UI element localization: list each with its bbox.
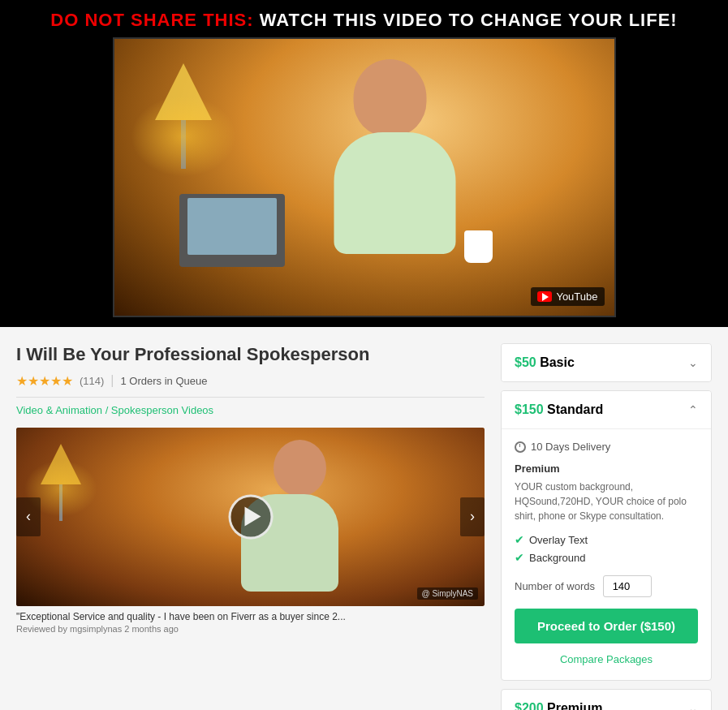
- compare-packages-link[interactable]: Compare Packages: [515, 650, 698, 669]
- rating-row: ★★★★★ (114) | 1 Orders in Queue: [16, 373, 485, 389]
- divider-1: [16, 397, 485, 398]
- person-body: [334, 132, 455, 254]
- banner-title-red: DO NOT SHARE THIS:: [50, 10, 253, 30]
- basic-package-title: $50 Basic: [515, 355, 575, 370]
- premium-package-card: $200 Premium ⌄: [501, 689, 712, 710]
- standard-chevron: ⌃: [688, 403, 698, 416]
- main-content: I Will Be Your Professional Spokesperson…: [0, 327, 728, 710]
- feature-overlay-label: Overlay Text: [529, 534, 588, 546]
- separator: |: [110, 373, 114, 388]
- orders-queue: 1 Orders in Queue: [121, 375, 208, 387]
- clock-icon: [515, 441, 526, 453]
- banner-title-white: WATCH THIS VIDEO TO CHANGE YOUR LIFE!: [260, 10, 678, 30]
- basic-package-header[interactable]: $50 Basic ⌄: [502, 344, 711, 381]
- simplynas-badge: @ SimplyNAS: [417, 587, 479, 600]
- basic-chevron: ⌄: [688, 356, 698, 369]
- order-button[interactable]: Proceed to Order ($150): [515, 609, 698, 643]
- banner-video-bg: [114, 39, 614, 316]
- feature-background-label: Background: [529, 552, 585, 564]
- premium-label: Premium: [515, 463, 698, 475]
- gig-title: I Will Be Your Professional Spokesperson: [16, 343, 485, 367]
- left-panel: I Will Be Your Professional Spokesperson…: [16, 343, 485, 710]
- youtube-play-triangle: [542, 293, 549, 301]
- words-row: Number of words: [515, 575, 698, 597]
- standard-package-card: $150 Standard ⌃ 10 Days Delivery Premium…: [501, 390, 712, 681]
- right-panel: $50 Basic ⌄ $150 Standard ⌃ 10 Days Deli…: [501, 343, 712, 710]
- portfolio-person-head: [274, 440, 326, 497]
- youtube-label: YouTube: [556, 290, 597, 303]
- standard-package-title: $150 Standard: [515, 402, 603, 417]
- review-caption: "Exceptional Service and quality - I hav…: [16, 611, 485, 622]
- premium-chevron: ⌄: [688, 702, 698, 710]
- breadcrumb: Video & Animation / Spokesperson Videos: [16, 404, 485, 416]
- breadcrumb-category[interactable]: Video & Animation: [16, 404, 102, 416]
- youtube-logo: YouTube: [531, 287, 604, 306]
- standard-package-header[interactable]: $150 Standard ⌃: [502, 391, 711, 428]
- breadcrumb-subcategory[interactable]: Spokesperson Videos: [111, 404, 213, 416]
- top-banner: DO NOT SHARE THIS: WATCH THIS VIDEO TO C…: [0, 0, 728, 327]
- person-head: [353, 59, 426, 136]
- play-triangle: [244, 507, 261, 527]
- basic-package-card: $50 Basic ⌄: [501, 343, 712, 382]
- banner-video[interactable]: YouTube: [113, 37, 616, 317]
- words-input[interactable]: [603, 575, 652, 597]
- premium-desc: YOUR custom background, HQSound,720HD, Y…: [515, 480, 698, 523]
- portfolio-video[interactable]: ‹ › @ SimplyNAS: [16, 428, 485, 606]
- youtube-icon: [537, 291, 552, 302]
- cup: [464, 230, 493, 263]
- feature-background: ✔ Background: [515, 551, 698, 564]
- nav-arrow-right[interactable]: ›: [460, 497, 485, 536]
- portfolio-lamp: [41, 444, 81, 521]
- delivery-row: 10 Days Delivery: [515, 441, 698, 453]
- words-label: Number of words: [515, 580, 595, 592]
- play-button[interactable]: [228, 494, 273, 539]
- nav-arrow-left[interactable]: ‹: [16, 497, 41, 536]
- check-icon-2: ✔: [515, 551, 524, 564]
- standard-package-body: 10 Days Delivery Premium YOUR custom bac…: [502, 428, 711, 680]
- breadcrumb-separator: /: [106, 404, 111, 416]
- feature-overlay-text: ✔ Overlay Text: [515, 533, 698, 546]
- review-count: (114): [80, 375, 104, 387]
- delivery-text: 10 Days Delivery: [531, 441, 610, 453]
- premium-package-header[interactable]: $200 Premium ⌄: [502, 690, 711, 710]
- banner-title: DO NOT SHARE THIS: WATCH THIS VIDEO TO C…: [10, 10, 718, 31]
- review-sub: Reviewed by mgsimplynas 2 months ago: [16, 624, 485, 634]
- laptop: [179, 194, 285, 267]
- premium-package-title: $200 Premium: [515, 701, 603, 710]
- lamp-decoration: [155, 63, 212, 177]
- star-rating: ★★★★★: [16, 373, 73, 389]
- check-icon-1: ✔: [515, 533, 524, 546]
